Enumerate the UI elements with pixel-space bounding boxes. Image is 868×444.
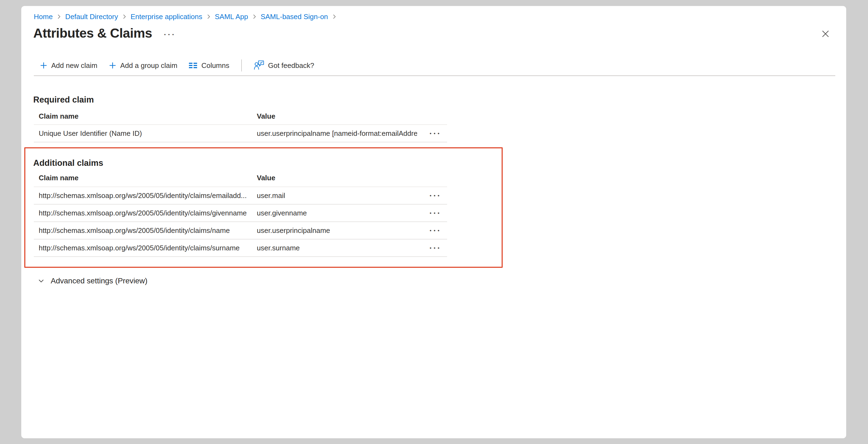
- claim-value-cell: user.userprincipalname [nameid-format:em…: [257, 129, 417, 138]
- claim-value-cell: user.surname: [257, 244, 417, 252]
- add-group-claim-label: Add a group claim: [120, 61, 178, 70]
- row-menu-button[interactable]: •••: [417, 131, 447, 136]
- claim-name-cell: http://schemas.xmlsoap.org/ws/2005/05/id…: [34, 191, 257, 200]
- chevron-down-icon: [37, 277, 45, 285]
- more-options-icon[interactable]: •••: [164, 32, 176, 37]
- chevron-right-icon: [207, 13, 211, 20]
- claim-name-cell: http://schemas.xmlsoap.org/ws/2005/05/id…: [34, 226, 257, 235]
- title-row: Attributes & Claims •••: [33, 26, 176, 41]
- breadcrumb-link-default-directory[interactable]: Default Directory: [65, 12, 118, 21]
- person-feedback-icon: [254, 61, 264, 70]
- chevron-right-icon: [57, 13, 61, 20]
- row-menu-button[interactable]: •••: [417, 228, 447, 233]
- claim-value-cell: user.mail: [257, 191, 417, 200]
- chevron-right-icon: [332, 13, 336, 20]
- claim-name-column-header: Claim name: [34, 174, 257, 182]
- claim-name-cell: Unique User Identifier (Name ID): [34, 129, 257, 138]
- add-new-claim-button[interactable]: Add new claim: [40, 61, 97, 70]
- advanced-settings-label: Advanced settings (Preview): [51, 276, 148, 285]
- got-feedback-button[interactable]: Got feedback?: [254, 61, 314, 70]
- plus-icon: [109, 62, 116, 69]
- close-button[interactable]: [817, 25, 834, 42]
- table-header-row: Claim name Value: [34, 169, 447, 187]
- advanced-settings-toggle[interactable]: Advanced settings (Preview): [37, 273, 148, 289]
- plus-icon: [40, 62, 48, 69]
- claim-value-cell: user.givenname: [257, 209, 417, 217]
- table-header-row: Claim name Value: [34, 108, 447, 125]
- toolbar-divider: [241, 59, 242, 71]
- row-menu-button[interactable]: •••: [417, 193, 447, 198]
- table-row[interactable]: Unique User Identifier (Name ID) user.us…: [34, 125, 447, 142]
- breadcrumb-link-saml-based-sign-on[interactable]: SAML-based Sign-on: [260, 12, 328, 21]
- claim-value-cell: user.userprincipalname: [257, 226, 417, 235]
- chevron-right-icon: [122, 13, 126, 20]
- close-icon: [822, 30, 830, 38]
- columns-label: Columns: [202, 61, 229, 70]
- add-group-claim-button[interactable]: Add a group claim: [109, 61, 178, 70]
- required-claim-heading: Required claim: [33, 95, 94, 105]
- table-row[interactable]: http://schemas.xmlsoap.org/ws/2005/05/id…: [34, 239, 447, 257]
- toolbar-separator-line: [34, 75, 835, 76]
- row-menu-button[interactable]: •••: [417, 211, 447, 216]
- row-menu-button[interactable]: •••: [417, 245, 447, 250]
- chevron-right-icon: [252, 13, 256, 20]
- page-title: Attributes & Claims: [33, 26, 152, 41]
- got-feedback-label: Got feedback?: [268, 61, 314, 70]
- required-claim-table: Claim name Value Unique User Identifier …: [34, 108, 447, 142]
- value-column-header: Value: [257, 112, 417, 121]
- attributes-claims-panel: Home Default Directory Enterprise applic…: [21, 6, 846, 438]
- additional-claims-table: Claim name Value http://schemas.xmlsoap.…: [34, 169, 447, 257]
- table-row[interactable]: http://schemas.xmlsoap.org/ws/2005/05/id…: [34, 187, 447, 205]
- claim-name-cell: http://schemas.xmlsoap.org/ws/2005/05/id…: [34, 209, 257, 217]
- table-row[interactable]: http://schemas.xmlsoap.org/ws/2005/05/id…: [34, 205, 447, 222]
- breadcrumb-link-saml-app[interactable]: SAML App: [215, 12, 248, 21]
- command-bar: Add new claim Add a group claim Columns: [40, 57, 314, 74]
- add-new-claim-label: Add new claim: [51, 61, 97, 70]
- breadcrumb: Home Default Directory Enterprise applic…: [34, 12, 340, 21]
- breadcrumb-link-home[interactable]: Home: [34, 12, 53, 21]
- value-column-header: Value: [257, 174, 417, 182]
- breadcrumb-link-enterprise-applications[interactable]: Enterprise applications: [131, 12, 202, 21]
- additional-claims-heading: Additional claims: [33, 158, 103, 168]
- claim-name-column-header: Claim name: [34, 112, 257, 121]
- table-row[interactable]: http://schemas.xmlsoap.org/ws/2005/05/id…: [34, 222, 447, 239]
- columns-button[interactable]: Columns: [189, 61, 229, 70]
- claim-name-cell: http://schemas.xmlsoap.org/ws/2005/05/id…: [34, 244, 257, 252]
- columns-icon: [189, 62, 198, 69]
